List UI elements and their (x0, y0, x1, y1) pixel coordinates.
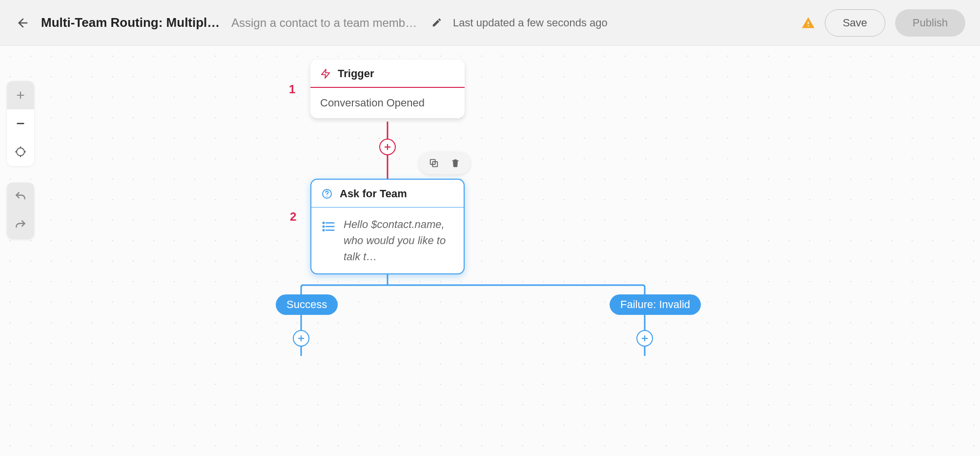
undo-button[interactable] (7, 183, 34, 211)
svg-point-4 (17, 148, 24, 156)
trigger-node[interactable]: Trigger Conversation Opened (310, 60, 465, 118)
node-number: 2 (290, 210, 296, 224)
last-updated-text: Last updated a few seconds ago (453, 17, 608, 29)
svg-point-24 (323, 226, 325, 228)
add-step-success-button[interactable] (293, 330, 309, 347)
node-title: Trigger (338, 67, 374, 80)
svg-point-25 (323, 229, 325, 231)
question-preview: Hello $contact.name, who would you like … (344, 216, 454, 265)
plus-icon (15, 90, 26, 101)
svg-marker-13 (322, 69, 330, 78)
plus-icon (383, 143, 392, 151)
node-title: Ask for Team (340, 187, 407, 200)
arrow-left-icon (16, 16, 30, 30)
workflow-title[interactable]: Multi-Team Routing: Multiple Choic… (41, 15, 222, 30)
question-circle-icon (321, 188, 333, 200)
zoom-out-button[interactable] (7, 109, 34, 138)
zoom-in-button[interactable] (7, 81, 34, 109)
workflow-subtitle: Assign a contact to a team member bas… (231, 16, 422, 30)
plus-icon (297, 334, 306, 343)
save-button[interactable]: Save (825, 9, 885, 37)
edit-title-button[interactable] (431, 17, 443, 29)
redo-icon (14, 219, 27, 231)
node-header: Trigger (310, 60, 465, 88)
plus-icon (640, 334, 649, 343)
history-toolbar (7, 183, 34, 239)
workflow-canvas[interactable]: 1 Trigger Conversation Opened 2 Ask for … (0, 46, 980, 456)
list-icon (321, 219, 336, 234)
node-actions (419, 152, 470, 174)
svg-point-19 (327, 196, 327, 197)
back-button[interactable] (15, 15, 31, 31)
crosshair-icon (15, 146, 26, 158)
publish-button[interactable]: Publish (895, 9, 965, 37)
add-step-failure-button[interactable] (636, 330, 653, 347)
warning-icon (801, 16, 815, 30)
warning-button[interactable] (801, 16, 815, 30)
copy-node-button[interactable] (428, 157, 440, 169)
svg-point-23 (323, 222, 325, 224)
connectors (0, 46, 980, 456)
pencil-icon (431, 17, 442, 28)
zoom-toolbar (7, 81, 34, 166)
node-body: Conversation Opened (310, 88, 465, 118)
header: Multi-Team Routing: Multiple Choic… Assi… (0, 0, 980, 46)
trigger-type: Conversation Opened (320, 97, 455, 109)
node-header: Ask for Team (311, 180, 464, 207)
branch-success[interactable]: Success (276, 294, 338, 315)
delete-node-button[interactable] (449, 157, 462, 169)
node-number: 1 (289, 83, 295, 96)
minus-icon (15, 118, 26, 129)
ask-for-team-node[interactable]: Ask for Team Hello $contact.name, who wo… (310, 179, 465, 274)
trash-icon (450, 158, 460, 168)
branch-failure[interactable]: Failure: Invalid (610, 294, 701, 315)
node-body: Hello $contact.name, who would you like … (311, 207, 464, 273)
copy-icon (429, 158, 439, 168)
redo-button[interactable] (7, 211, 34, 239)
add-step-button[interactable] (379, 139, 396, 155)
lightning-icon (320, 68, 331, 79)
undo-icon (14, 190, 27, 203)
center-view-button[interactable] (7, 138, 34, 166)
